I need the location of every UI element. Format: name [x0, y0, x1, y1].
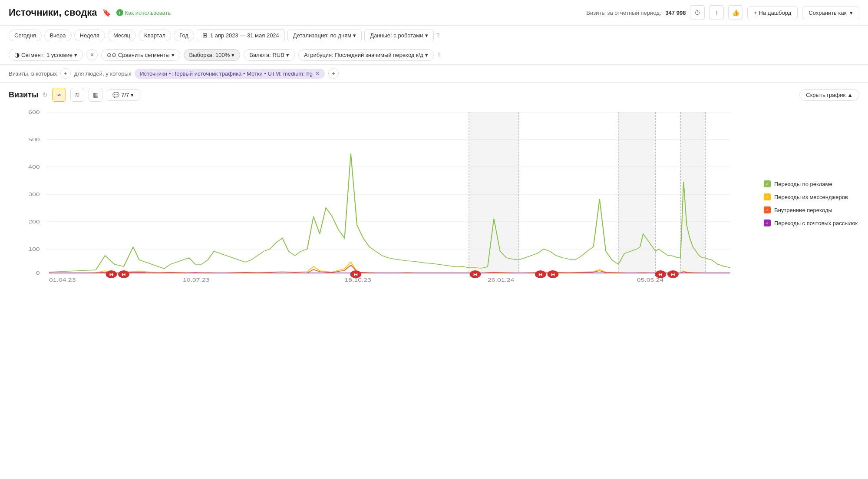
legend-item-messenger: ✓ Переходы из мессенджеров [764, 193, 859, 200]
attribution-label: Атрибуция: Последний значимый переход к/… [304, 52, 423, 58]
save-button[interactable]: Сохранить как ▾ [802, 7, 859, 19]
calendar-icon: ⊞ [202, 32, 208, 39]
line-chart-button[interactable]: ≈ [52, 88, 66, 102]
currency-button[interactable]: Валюта: RUB ▾ [244, 49, 295, 61]
add-condition-button[interactable]: + [60, 68, 71, 79]
tab-yesterday[interactable]: Вчера [44, 30, 72, 41]
attribution-help-icon[interactable]: ? [437, 51, 441, 58]
legend-item-internal: ✓ Внутренние переходы [764, 206, 859, 213]
comments-button[interactable]: 💬 7/7 ▾ [107, 89, 139, 101]
sample-button[interactable]: Выборка: 100% ▾ [184, 49, 241, 61]
attribution-button[interactable]: Атрибуция: Последний значимый переход к/… [298, 49, 434, 61]
chevron-down-icon: ▾ [172, 52, 175, 58]
segment-close-button[interactable]: ✕ [86, 49, 98, 60]
tab-month[interactable]: Месяц [108, 30, 136, 41]
h-marker-3: H [350, 270, 361, 278]
y-label-400: 400 [28, 164, 40, 170]
segment-label: Сегмент: 1 условие [21, 52, 73, 58]
help-icon[interactable]: ? [436, 32, 440, 39]
chart-title: Визиты [9, 90, 38, 100]
segment-button[interactable]: ◑ Сегмент: 1 условие ▾ [9, 49, 83, 61]
segment-tag: Источники • Первый источник трафика • Ме… [135, 69, 325, 79]
compare-label: Сравнить сегменты [118, 52, 170, 58]
visits-label: Визиты за отчётный период: [586, 10, 661, 16]
x-label-apr23: 01.04.23 [49, 277, 76, 283]
x-label-oct23: 18.10.23 [345, 277, 371, 283]
data-button[interactable]: Данные: с роботами ▾ [364, 30, 433, 41]
legend-label-ad: Переходы по рекламе [774, 181, 832, 187]
date-range-label: 1 апр 2023 — 31 мая 2024 [210, 32, 279, 39]
segment-tag-remove-button[interactable]: ✕ [315, 70, 320, 77]
y-label-500: 500 [28, 137, 40, 142]
clock-button[interactable]: ⏱ [690, 5, 705, 20]
dashed-region-1 [469, 112, 519, 273]
legend-label-internal: Внутренние переходы [774, 207, 832, 213]
chart-area: 600 500 400 300 200 100 0 01.04.23 10.07… [0, 103, 868, 290]
svg-text:H: H [122, 273, 125, 277]
h-marker-5: H [535, 270, 546, 278]
hide-chart-button[interactable]: Скрыть график ▲ [799, 89, 859, 101]
add-tag-button[interactable]: + [328, 68, 339, 79]
detail-label: Детализация: по дням [293, 32, 351, 39]
chart-legend: ✓ Переходы по рекламе ✓ Переходы из месс… [764, 103, 859, 286]
tab-week[interactable]: Неделя [74, 30, 105, 41]
legend-label-messenger: Переходы из мессенджеров [774, 194, 848, 200]
filter-bar: ◑ Сегмент: 1 условие ▾ ✕ ⊙⊙ Сравнить сег… [0, 45, 868, 65]
currency-label: Валюта: RUB [249, 52, 284, 58]
legend-item-ad: ✓ Переходы по рекламе [764, 180, 859, 187]
svg-text:H: H [354, 273, 358, 277]
dashboard-label: + На дашборд [754, 10, 791, 16]
legend-checkbox-messenger[interactable]: ✓ [764, 193, 771, 200]
tab-today[interactable]: Сегодня [9, 30, 42, 41]
area-chart-button[interactable]: ≋ [70, 88, 84, 102]
date-range-button[interactable]: ⊞ 1 апр 2023 — 31 мая 2024 [197, 29, 285, 41]
chevron-down-icon: ▾ [286, 52, 289, 58]
date-bar: Сегодня Вчера Неделя Месяц Квартал Год ⊞… [0, 26, 868, 45]
export-button[interactable]: ↑ [709, 5, 724, 20]
comments-icon: 💬 [112, 92, 119, 98]
top-bar-right: Визиты за отчётный период: 347 998 ⏱ ↑ 👍… [586, 5, 859, 20]
legend-checkbox-ad[interactable]: ✓ [764, 180, 771, 187]
sample-label: Выборка: 100% [189, 52, 230, 58]
h-marker-2: H [118, 270, 129, 278]
segment-tag-label: Источники • Первый источник трафика • Ме… [140, 70, 313, 77]
y-label-300: 300 [28, 192, 40, 197]
bookmark-icon[interactable]: 🔖 [102, 9, 111, 17]
svg-text:H: H [109, 273, 113, 277]
h-marker-4: H [469, 270, 481, 278]
svg-text:H: H [473, 273, 477, 277]
detail-button[interactable]: Детализация: по дням ▾ [287, 30, 362, 41]
chart-svg: 600 500 400 300 200 100 0 01.04.23 10.07… [9, 103, 755, 286]
pie-icon: ◑ [14, 51, 20, 58]
chevron-down-icon: ▾ [131, 92, 134, 98]
y-label-0: 0 [36, 270, 40, 276]
legend-checkbox-internal[interactable]: ✓ [764, 206, 771, 213]
chevron-down-icon: ▾ [74, 52, 77, 58]
refresh-icon[interactable]: ↻ [43, 91, 48, 98]
share-button[interactable]: 👍 [728, 5, 743, 20]
svg-text:H: H [551, 273, 555, 277]
y-label-100: 100 [28, 246, 40, 252]
top-bar: Источники, сводка 🔖 i Как использовать В… [0, 0, 868, 26]
compare-icon: ⊙⊙ [107, 52, 116, 58]
dashboard-button[interactable]: + На дашборд [747, 7, 798, 19]
info-icon: i [116, 9, 123, 16]
data-label: Данные: с роботами [370, 32, 423, 39]
chart-container: 600 500 400 300 200 100 0 01.04.23 10.07… [9, 103, 755, 286]
legend-checkbox-email[interactable]: ✓ [764, 220, 771, 226]
bar-chart-button[interactable]: ▦ [89, 88, 102, 102]
chevron-down-icon: ▾ [353, 32, 356, 39]
tab-year[interactable]: Год [174, 30, 194, 41]
chevron-up-icon: ▲ [847, 92, 853, 98]
h-marker-1: H [106, 270, 117, 278]
for-people-label: для людей, у которых [74, 70, 131, 77]
x-label-may24: 05.05.24 [637, 277, 664, 283]
tab-quarter[interactable]: Квартал [139, 30, 171, 41]
visits-value: 347 998 [665, 10, 686, 16]
how-to-use-link[interactable]: i Как использовать [116, 9, 171, 16]
segment-bar: Визиты, в которых + для людей, у которых… [0, 65, 868, 83]
x-label-jul23: 10.07.23 [183, 277, 209, 283]
chart-header: Визиты ↻ ≈ ≋ ▦ 💬 7/7 ▾ Скрыть график ▲ [0, 83, 868, 103]
comments-label: 7/7 [121, 92, 129, 98]
compare-button[interactable]: ⊙⊙ Сравнить сегменты ▾ [101, 49, 180, 61]
